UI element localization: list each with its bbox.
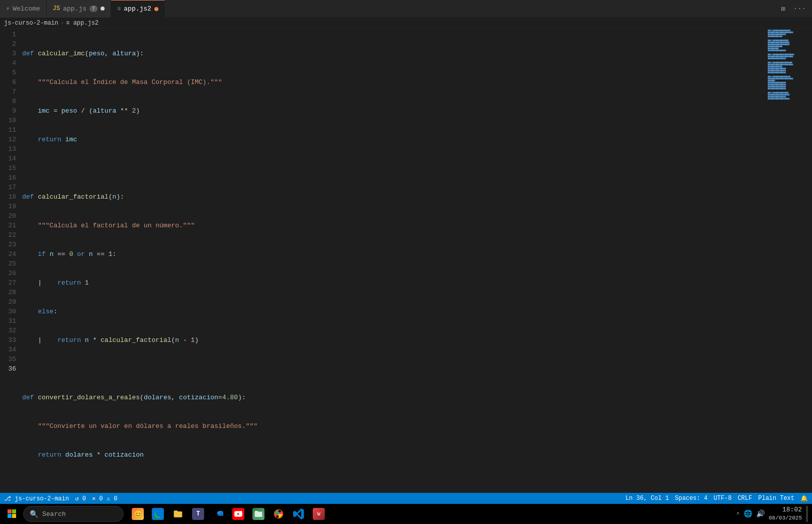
line-num-18: 18	[4, 192, 16, 202]
minimap-content: ████ ████████████████████ ██████████████…	[767, 29, 807, 101]
code-line-12	[22, 364, 767, 374]
line-num-24: 24	[4, 249, 16, 259]
scrollbar-track[interactable]	[807, 29, 812, 493]
taskbar-app-onedrive[interactable]	[209, 505, 227, 523]
network-icon[interactable]: 🌐	[744, 509, 752, 518]
line-num-8: 8	[4, 97, 16, 106]
line-num-28: 28	[4, 288, 16, 297]
py-file-icon: ≡	[117, 6, 121, 13]
taskbar-app-chrome[interactable]	[269, 505, 288, 523]
line-num-1: 1	[4, 30, 16, 39]
tab-appjs2-label: app.js2	[124, 5, 151, 13]
line-num-2: 2	[4, 39, 16, 49]
taskbar-app-emoji[interactable]: 😊	[129, 505, 147, 523]
code-line-6: def calcular_factorial(n):	[22, 192, 767, 202]
line-num-26: 26	[4, 269, 16, 278]
code-line-10: else:	[22, 307, 767, 316]
taskbar-app-vscode[interactable]	[290, 505, 308, 523]
line-num-17: 17	[4, 183, 16, 192]
line-num-21: 21	[4, 221, 16, 230]
tray-date: 08/03/2025	[769, 514, 802, 522]
welcome-icon: ⚡	[6, 5, 10, 13]
status-bar: ⎇ js-curso-2-main ↺ 0 ✕ 0 ⚠ 0 Ln 36, Col…	[0, 493, 812, 504]
tab-appjs2[interactable]: ≡ app.js2	[111, 0, 165, 18]
minimap: ████ ████████████████████ ██████████████…	[767, 29, 807, 493]
taskbar-app-teams[interactable]: T	[189, 505, 207, 523]
taskbar-app-edge[interactable]	[149, 505, 167, 523]
breadcrumb: js-curso-2-main › ≡ app.js2	[0, 18, 812, 29]
line-num-14: 14	[4, 154, 16, 163]
cursor-position[interactable]: Ln 36, Col 1	[625, 495, 669, 502]
taskbar-search-box[interactable]: 🔍 Search	[23, 506, 124, 522]
line-num-20: 20	[4, 211, 16, 221]
line-num-36: 36	[4, 364, 16, 374]
line-num-34: 34	[4, 345, 16, 355]
line-ending[interactable]: CRLF	[738, 495, 752, 502]
taskbar-search-label: Search	[42, 510, 66, 518]
line-num-19: 19	[4, 202, 16, 211]
status-bar-right: Ln 36, Col 1 Spaces: 4 UTF-8 CRLF Plain …	[625, 495, 808, 502]
line-numbers: 1 2 3 4 5 6 7 8 9 10 11 12 13 14 15 16 1…	[0, 29, 20, 493]
sync-status[interactable]: ↺ 0	[75, 495, 86, 502]
line-num-31: 31	[4, 316, 16, 326]
svg-rect-2	[8, 514, 12, 518]
line-num-22: 22	[4, 230, 16, 240]
show-desktop-button[interactable]	[806, 506, 808, 522]
taskbar-app-youtube[interactable]	[229, 505, 247, 523]
svg-rect-3	[12, 514, 16, 518]
taskbar-search-icon: 🔍	[30, 510, 38, 518]
line-num-6: 6	[4, 77, 16, 87]
indentation[interactable]: Spaces: 4	[675, 495, 707, 502]
taskbar-apps: 😊 T	[129, 505, 328, 523]
tray-clock[interactable]: 18:02 08/03/2025	[769, 505, 802, 522]
line-num-12: 12	[4, 135, 16, 144]
code-line-4: return imc	[22, 135, 767, 144]
line-num-3: 3	[4, 49, 16, 58]
tray-icons: ^	[736, 511, 740, 517]
line-num-4: 4	[4, 58, 16, 68]
line-num-9: 9	[4, 106, 16, 116]
line-num-10: 10	[4, 116, 16, 125]
taskbar: 🔍 Search 😊 T	[0, 504, 812, 524]
errors-status[interactable]: ✕ 0 ⚠ 0	[92, 495, 117, 502]
line-num-16: 16	[4, 173, 16, 183]
line-num-13: 13	[4, 144, 16, 154]
code-line-1: def calcular_imc(peso, altura):	[22, 49, 767, 58]
tab-appjs[interactable]: JS app.js 7	[47, 0, 111, 18]
code-line-8: if n == 0 or n == 1:	[22, 249, 767, 259]
language-mode[interactable]: Plain Text	[758, 495, 794, 502]
line-num-30: 30	[4, 307, 16, 316]
split-editor-button[interactable]: ⊞	[779, 4, 787, 14]
start-button[interactable]	[4, 506, 20, 522]
code-line-5	[22, 163, 767, 173]
notifications-icon[interactable]: 🔔	[800, 495, 808, 502]
system-tray: ^ 🌐 🔊 18:02 08/03/2025	[736, 505, 808, 522]
tab-badge: 7	[89, 6, 98, 12]
editor-container: 1 2 3 4 5 6 7 8 9 10 11 12 13 14 15 16 1…	[0, 29, 812, 493]
code-line-14: """Convierte un valor en dólares a reale…	[22, 421, 767, 431]
tab-bar-actions: ⊞ ···	[779, 4, 812, 14]
git-branch[interactable]: ⎇ js-curso-2-main	[4, 495, 69, 502]
line-num-23: 23	[4, 240, 16, 249]
volume-icon[interactable]: 🔊	[756, 509, 765, 518]
tab-modified-dot	[154, 7, 158, 11]
code-editor[interactable]: def calcular_imc(peso, altura): """Calcu…	[20, 29, 767, 493]
code-line-13: def convertir_dolares_a_reales(dolares, …	[22, 393, 767, 402]
encoding[interactable]: UTF-8	[713, 495, 732, 502]
breadcrumb-file[interactable]: ≡ app.js2	[66, 20, 99, 27]
code-line-7: """Calcula el factorial de un número."""	[22, 221, 767, 230]
taskbar-app-explorer[interactable]	[169, 505, 187, 523]
taskbar-app-other[interactable]: W	[310, 505, 328, 523]
svg-rect-1	[12, 509, 16, 513]
tab-bar: ⚡ Welcome JS app.js 7 ≡ app.js2 ⊞ ···	[0, 0, 812, 18]
breadcrumb-repo[interactable]: js-curso-2-main	[4, 20, 58, 27]
more-actions-button[interactable]: ···	[791, 4, 808, 14]
line-num-5: 5	[4, 68, 16, 77]
code-line-11: | return n * calcular_factorial(n - 1)	[22, 335, 767, 345]
tab-welcome[interactable]: ⚡ Welcome	[0, 0, 47, 18]
line-num-35: 35	[4, 355, 16, 364]
tray-time: 18:02	[769, 505, 802, 514]
line-num-15: 15	[4, 163, 16, 173]
line-num-32: 32	[4, 326, 16, 335]
taskbar-app-files[interactable]	[249, 505, 267, 523]
